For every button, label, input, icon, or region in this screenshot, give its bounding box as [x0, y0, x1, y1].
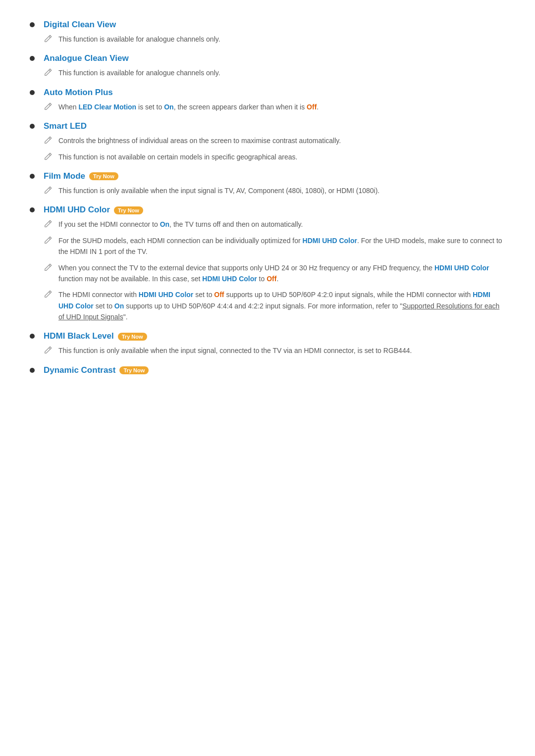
note-item: This function is available for analogue …	[44, 34, 505, 45]
list-item-film-mode: Film ModeTry Now This function is only a…	[30, 171, 505, 196]
note-text: This function is only available when the…	[58, 185, 379, 196]
note-text: When LED Clear Motion is set to On, the …	[58, 101, 319, 112]
try-now-badge[interactable]: Try Now	[118, 333, 147, 341]
note-item: When you connect the TV to the external …	[44, 262, 505, 285]
note-item: For the SUHD models, each HDMI connectio…	[44, 235, 505, 257]
list-item-analogue-clean-view: Analogue Clean View This function is ava…	[30, 53, 505, 78]
bullet-row: Film ModeTry Now	[30, 171, 505, 181]
bullet-row: HDMI Black LevelTry Now	[30, 331, 505, 341]
item-title-film-mode: Film ModeTry Now	[44, 171, 118, 181]
try-now-badge[interactable]: Try Now	[119, 366, 149, 374]
pencil-icon	[44, 186, 54, 196]
item-title-digital-clean-view: Digital Clean View	[44, 20, 116, 30]
list-item-hdmi-black-level: HDMI Black LevelTry Now This function is…	[30, 331, 505, 356]
note-text: Controls the brightness of individual ar…	[58, 135, 341, 146]
pencil-icon	[44, 219, 54, 229]
note-item: The HDMI connector with HDMI UHD Color s…	[44, 289, 505, 322]
bullet-dot	[30, 334, 35, 339]
note-item: Controls the brightness of individual ar…	[44, 135, 505, 146]
list-item-digital-clean-view: Digital Clean View This function is avai…	[30, 20, 505, 45]
note-list-digital-clean-view: This function is available for analogue …	[44, 34, 505, 45]
bullet-dot	[30, 124, 35, 129]
pencil-icon	[44, 236, 54, 246]
list-item-auto-motion-plus: Auto Motion Plus When LED Clear Motion i…	[30, 88, 505, 112]
main-list: Digital Clean View This function is avai…	[30, 20, 505, 375]
pencil-icon	[44, 34, 54, 44]
bullet-dot	[30, 368, 35, 373]
pencil-icon	[44, 290, 54, 300]
note-text: This function is available for analogue …	[58, 34, 220, 45]
pencil-icon	[44, 68, 54, 78]
item-title-smart-led: Smart LED	[44, 121, 87, 131]
note-text: When you connect the TV to the external …	[58, 262, 505, 285]
item-title-analogue-clean-view: Analogue Clean View	[44, 53, 129, 63]
pencil-icon	[44, 152, 54, 162]
list-item-hdmi-uhd-color: HDMI UHD ColorTry Now If you set the HDM…	[30, 205, 505, 322]
bullet-dot	[30, 22, 35, 27]
list-item-dynamic-contrast: Dynamic ContrastTry Now	[30, 365, 505, 375]
item-title-hdmi-black-level: HDMI Black LevelTry Now	[44, 331, 147, 341]
note-list-auto-motion-plus: When LED Clear Motion is set to On, the …	[44, 101, 505, 112]
bullet-row: Dynamic ContrastTry Now	[30, 365, 505, 375]
note-list-hdmi-black-level: This function is only available when the…	[44, 345, 505, 356]
note-text: This function is only available when the…	[58, 345, 412, 356]
try-now-badge[interactable]: Try Now	[89, 172, 118, 180]
try-now-badge[interactable]: Try Now	[114, 206, 143, 214]
bullet-row: Smart LED	[30, 121, 505, 131]
pencil-icon	[44, 263, 54, 273]
note-item: When LED Clear Motion is set to On, the …	[44, 101, 505, 112]
note-list-hdmi-uhd-color: If you set the HDMI connector to On, the…	[44, 219, 505, 322]
item-title-auto-motion-plus: Auto Motion Plus	[44, 88, 113, 98]
note-item: This function is only available when the…	[44, 185, 505, 196]
note-text: This function is available for analogue …	[58, 67, 220, 78]
note-text: For the SUHD models, each HDMI connectio…	[58, 235, 505, 257]
list-item-smart-led: Smart LED Controls the brightness of ind…	[30, 121, 505, 162]
bullet-row: HDMI UHD ColorTry Now	[30, 205, 505, 215]
item-title-hdmi-uhd-color: HDMI UHD ColorTry Now	[44, 205, 143, 215]
pencil-icon	[44, 102, 54, 112]
note-text: This function is not available on certai…	[58, 151, 298, 162]
item-title-dynamic-contrast: Dynamic ContrastTry Now	[44, 365, 149, 375]
bullet-row: Auto Motion Plus	[30, 88, 505, 98]
note-item: If you set the HDMI connector to On, the…	[44, 219, 505, 230]
note-list-smart-led: Controls the brightness of individual ar…	[44, 135, 505, 162]
bullet-dot	[30, 174, 35, 179]
note-item: This function is only available when the…	[44, 345, 505, 356]
note-item: This function is available for analogue …	[44, 67, 505, 78]
note-item: This function is not available on certai…	[44, 151, 505, 162]
bullet-dot	[30, 56, 35, 61]
note-list-film-mode: This function is only available when the…	[44, 185, 505, 196]
bullet-dot	[30, 207, 35, 212]
pencil-icon	[44, 136, 54, 146]
pencil-icon	[44, 346, 54, 355]
note-text: If you set the HDMI connector to On, the…	[58, 219, 303, 230]
bullet-row: Analogue Clean View	[30, 53, 505, 63]
bullet-dot	[30, 90, 35, 95]
bullet-row: Digital Clean View	[30, 20, 505, 30]
note-list-analogue-clean-view: This function is available for analogue …	[44, 67, 505, 78]
note-text: The HDMI connector with HDMI UHD Color s…	[58, 289, 505, 322]
